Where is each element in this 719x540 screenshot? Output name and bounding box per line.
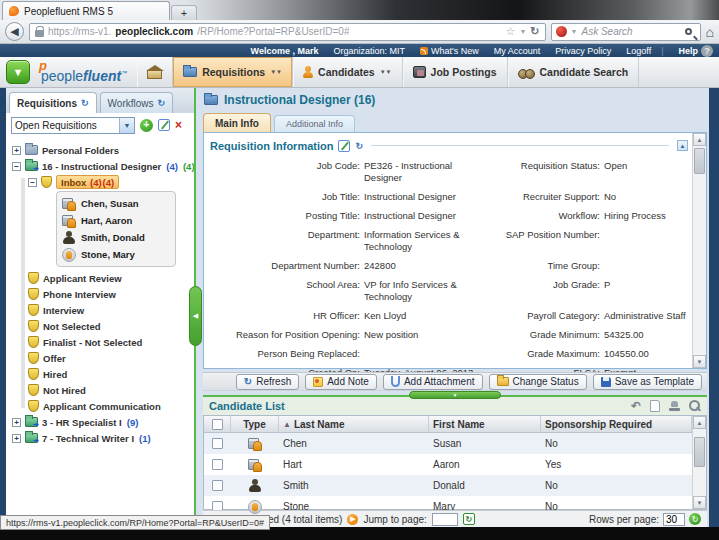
back-button[interactable]: ◀ xyxy=(5,22,24,41)
collapse-icon[interactable]: − xyxy=(28,178,37,187)
tree-item-inbox[interactable]: − Inbox (4)(4) xyxy=(28,174,192,190)
collapse-icon[interactable]: − xyxy=(12,162,21,171)
nav-job-postings[interactable]: Job Postings xyxy=(403,57,508,87)
privacy-policy-link[interactable]: Privacy Policy xyxy=(555,46,611,56)
refresh-icon[interactable]: ↻ xyxy=(158,98,166,108)
document-icon[interactable] xyxy=(650,400,660,412)
table-row[interactable]: Smith Donald No xyxy=(204,475,692,496)
logoff-link[interactable]: Logoff xyxy=(626,46,651,56)
tree-step[interactable]: Interview xyxy=(28,302,192,318)
column-last-name[interactable]: ▲Last Name xyxy=(279,416,429,432)
help-question-icon[interactable]: ? xyxy=(701,45,713,57)
tree-step[interactable]: Hired xyxy=(28,366,192,382)
go-page-icon[interactable]: ↻ xyxy=(463,513,475,525)
search-candidates-icon[interactable] xyxy=(689,400,701,412)
collapse-panel-icon[interactable]: ▲ xyxy=(677,140,688,151)
tree-item-technical-writer[interactable]: + 7 - Technical Writer I(1) xyxy=(12,430,192,446)
refresh-icon: ↻ xyxy=(244,376,252,387)
new-tab-button[interactable]: + xyxy=(171,5,197,20)
splitter-handle[interactable]: ▼ xyxy=(409,391,501,399)
tab-title: Peoplefluent RMS 5 xyxy=(24,6,113,17)
home-icon[interactable]: ⌂ xyxy=(706,25,714,39)
help-link[interactable]: Help? xyxy=(678,45,713,57)
row-checkbox[interactable] xyxy=(212,438,223,449)
refresh-button[interactable]: ↻Refresh xyxy=(236,374,299,390)
scroll-up-icon[interactable]: ▲ xyxy=(693,416,706,429)
select-arrow-icon[interactable]: ▼ xyxy=(119,118,134,133)
scroll-down-icon[interactable]: ▼ xyxy=(693,355,706,368)
next-page-icon[interactable]: ▶ xyxy=(347,514,358,525)
cell-last-name: Hart xyxy=(279,459,429,470)
undo-icon[interactable]: ↶ xyxy=(631,400,641,412)
nav-candidates[interactable]: Candidates▼▼ xyxy=(293,57,403,87)
edit-folder-icon[interactable] xyxy=(158,119,170,131)
tree-step[interactable]: Applicant Review xyxy=(28,270,192,286)
search-engine-dropdown-icon[interactable]: ▼ xyxy=(571,28,578,35)
nav-requisitions[interactable]: Requisitions▼▼ xyxy=(173,57,293,87)
tree-candidate[interactable]: Stone, Mary xyxy=(62,247,170,262)
tree-item-hr-specialist[interactable]: + 3 - HR Specialist I(9) xyxy=(12,414,192,430)
sidebar-collapse-handle[interactable]: ◀ xyxy=(189,286,202,346)
tree-step[interactable]: Phone Interview xyxy=(28,286,192,302)
tree-step[interactable]: Not Selected xyxy=(28,318,192,334)
tab-main-info[interactable]: Main Info xyxy=(203,113,271,132)
tree-candidate[interactable]: Chen, Susan xyxy=(62,196,170,211)
table-scrollbar[interactable]: ▲ ▼ xyxy=(692,416,706,509)
tree-item-instructional-designer[interactable]: − 16 - Instructional Designer (4)(4) xyxy=(12,158,192,174)
edit-requisition-icon[interactable] xyxy=(338,140,350,152)
rows-per-page-input[interactable] xyxy=(663,513,685,526)
reload-icon[interactable]: ↻ xyxy=(530,25,539,38)
table-row[interactable]: Chen Susan No xyxy=(204,433,692,454)
stamp-icon[interactable] xyxy=(669,401,680,411)
apply-rows-icon[interactable]: ↻ xyxy=(689,513,701,525)
table-row[interactable]: Hart Aaron Yes xyxy=(204,454,692,475)
tree-step[interactable]: Not Hired xyxy=(28,382,192,398)
tree-step[interactable]: Applicant Communication xyxy=(28,398,192,414)
tree-candidate[interactable]: Hart, Aaron xyxy=(62,213,170,228)
add-folder-icon[interactable]: + xyxy=(140,119,153,132)
organization-text: Organization: MIT xyxy=(333,46,405,56)
tab-requisitions[interactable]: Requisitions↻ xyxy=(9,92,97,113)
tree-step[interactable]: Finalist - Not Selected xyxy=(28,334,192,350)
browser-tab[interactable]: Peoplefluent RMS 5 xyxy=(2,1,170,20)
tree-item-personal-folders[interactable]: + Personal Folders xyxy=(12,142,192,158)
bookmark-star-icon[interactable]: ☆ xyxy=(506,25,516,38)
search-magnifier-icon[interactable] xyxy=(685,28,692,35)
change-status-button[interactable]: Change Status xyxy=(489,374,587,390)
scroll-up-icon[interactable]: ▲ xyxy=(693,133,706,146)
whats-new-link[interactable]: What's New xyxy=(420,46,479,56)
save-as-template-button[interactable]: Save as Template xyxy=(593,374,702,390)
quick-launch-icon[interactable]: ▼ xyxy=(6,60,30,84)
refresh-icon[interactable]: ↻ xyxy=(355,141,363,151)
expand-icon[interactable]: + xyxy=(12,434,21,443)
add-note-button[interactable]: Add Note xyxy=(305,374,377,390)
column-type[interactable]: Type xyxy=(231,416,279,432)
search-box[interactable]: ▼ xyxy=(551,23,701,41)
expand-icon[interactable]: + xyxy=(12,418,21,427)
tab-additional-info[interactable]: Additional Info xyxy=(274,115,355,132)
expand-icon[interactable]: + xyxy=(12,146,21,155)
tree-candidate[interactable]: Smith, Donald xyxy=(62,230,170,245)
nav-home[interactable] xyxy=(137,57,173,87)
row-checkbox[interactable] xyxy=(212,459,223,470)
tab-workflows[interactable]: Workflows↻ xyxy=(100,92,173,113)
select-all-checkbox[interactable] xyxy=(212,419,223,430)
column-first-name[interactable]: First Name xyxy=(429,416,541,432)
my-account-link[interactable]: My Account xyxy=(494,46,541,56)
scroll-thumb[interactable] xyxy=(694,437,705,467)
refresh-icon[interactable]: ↻ xyxy=(81,98,89,108)
requisition-filter-select[interactable]: Open Requisitions ▼ xyxy=(11,117,135,134)
jump-to-page-input[interactable] xyxy=(432,513,458,526)
panel-scrollbar[interactable]: ▲ ▼ xyxy=(692,133,706,368)
address-bar[interactable]: https://rms-v1.peopleclick.com/RP/Home?P… xyxy=(29,23,546,41)
url-dropdown-icon[interactable]: ▼ xyxy=(519,28,526,35)
row-checkbox[interactable] xyxy=(212,480,223,491)
scroll-thumb[interactable] xyxy=(694,148,705,174)
scroll-down-icon[interactable]: ▼ xyxy=(693,496,706,509)
search-input[interactable] xyxy=(581,26,680,37)
delete-folder-icon[interactable]: × xyxy=(175,119,182,131)
tree-step[interactable]: Offer xyxy=(28,350,192,366)
column-sponsorship[interactable]: Sponsorship Required xyxy=(541,416,692,432)
add-attachment-button[interactable]: Add Attachment xyxy=(383,374,483,390)
nav-candidate-search[interactable]: Candidate Search xyxy=(508,57,640,87)
